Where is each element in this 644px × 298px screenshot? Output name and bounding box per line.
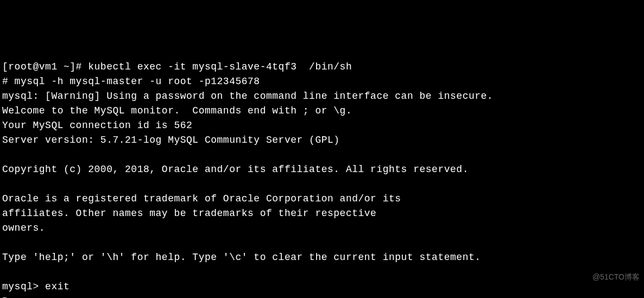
trademark-line: Oracle is a registered trademark of Orac… [2, 193, 401, 204]
help-line: Type 'help;' or '\h' for help. Type '\c'… [2, 252, 481, 263]
watermark-text: @51CTO博客 [592, 271, 640, 283]
shell-prompt-line: [root@vm1 ~]# kubectl exec -it mysql-sla… [2, 61, 352, 72]
welcome-line: Welcome to the MySQL monitor. Commands e… [2, 105, 352, 116]
copyright-line: Copyright (c) 2000, 2018, Oracle and/or … [2, 164, 469, 175]
warning-line: mysql: [Warning] Using a password on the… [2, 91, 493, 102]
terminal-output[interactable]: [root@vm1 ~]# kubectl exec -it mysql-sla… [2, 60, 642, 298]
command-line: # mysql -h mysql-master -u root -p123456… [2, 76, 260, 87]
trademark-line: owners. [2, 223, 45, 233]
mysql-prompt-line: mysql> exit [2, 281, 70, 292]
server-version-line: Server version: 5.7.21-log MySQL Communi… [2, 135, 340, 145]
bye-line: Bye [2, 296, 21, 298]
trademark-line: affiliates. Other names may be trademark… [2, 208, 376, 219]
connection-id-line: Your MySQL connection id is 562 [2, 120, 192, 131]
